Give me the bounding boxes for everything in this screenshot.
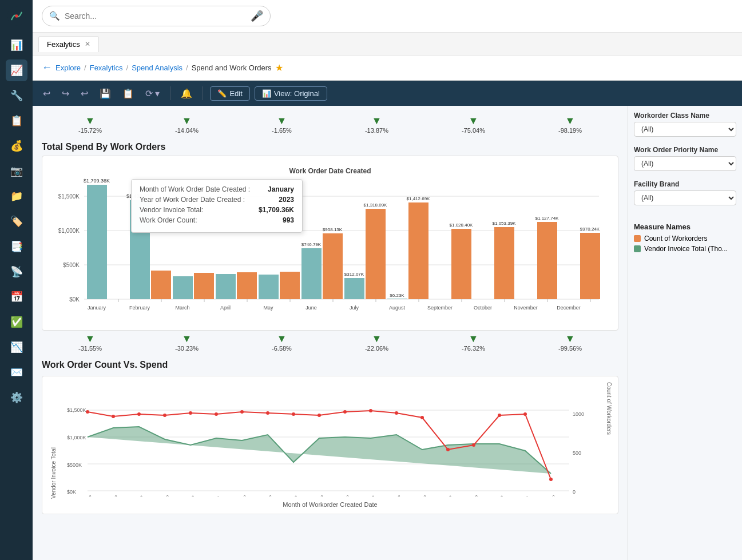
copy-button[interactable]: 📋 [119,86,137,101]
save-button[interactable]: 💾 [96,86,114,101]
bar-jul-teal[interactable] [344,278,364,299]
app-logo[interactable] [6,6,27,26]
bar-apr-orange[interactable] [237,272,257,299]
sidebar-icon-calendar[interactable]: 📅 [6,286,27,308]
pct-item-6: ▼ -98.19% [558,115,582,134]
sidebar-icon-chart[interactable]: 📈 [6,59,27,81]
filter-priority: Work Order Priority Name (All) [634,146,736,171]
back-arrow-icon[interactable]: ← [42,62,52,74]
filter-workorder-class: Workorder Class Name (All) [634,112,736,137]
bot-arrow-1: ▼ [85,333,96,345]
svg-text:Jun 22: Jun 22 [183,494,197,497]
bar-feb-orange[interactable] [151,271,171,299]
bar-dec-orange[interactable] [580,233,600,299]
view-button[interactable]: 📊 View: Original [255,86,327,101]
redo-button[interactable]: ↪ [58,86,73,101]
edit-button[interactable]: ✏️ Edit [210,86,249,101]
undo2-button[interactable]: ↩ [77,86,92,101]
bar-mar-teal[interactable] [173,276,193,299]
svg-text:$1,028.40K: $1,028.40K [450,223,474,228]
svg-text:Apr 22: Apr 22 [132,494,145,497]
bar-may-orange[interactable] [280,272,300,299]
priority-label: Work Order Priority Name [634,146,736,154]
schedule-button[interactable]: 🔔 [177,86,196,101]
sidebar-icon-camera[interactable]: 📷 [6,160,27,182]
sidebar-icon-network[interactable]: 📡 [6,261,27,283]
svg-text:Dec 22: Dec 22 [337,494,351,497]
bar-jan-teal[interactable] [87,185,107,299]
bar-aug-teal[interactable] [387,299,407,299]
y-right-label: Count of Workorders [590,382,612,499]
svg-text:$312.07K: $312.07K [344,272,364,277]
bar-may-teal[interactable] [259,275,279,299]
svg-text:1000: 1000 [573,411,584,417]
tab-fexalytics[interactable]: Fexalytics ✕ [38,36,99,52]
svg-text:$0K: $0K [67,489,76,495]
svg-text:Aug 23: Aug 23 [543,494,557,497]
svg-text:Feb 22: Feb 22 [80,494,93,497]
dot [292,412,295,416]
svg-text:$6.23K: $6.23K [390,293,404,298]
legend-count-dot [634,235,641,242]
tab-close-icon[interactable]: ✕ [85,40,90,48]
svg-text:Oct 22: Oct 22 [286,494,299,497]
bar-jun-teal[interactable] [301,248,322,299]
bot-pct-item-2: ▼ -30.23% [175,333,199,352]
chart-scroll[interactable]: ▼ -15.72% ▼ -14.04% ▼ -1.65% ▼ -13.87% ▼ [33,106,628,560]
sidebar-icon-tasks[interactable]: ✅ [6,311,27,333]
breadcrumb-explore[interactable]: Explore [55,63,81,72]
dot [266,411,269,415]
breadcrumb-spend-analysis[interactable]: Spend Analysis [132,63,182,72]
bar-oct-orange[interactable] [494,227,514,299]
bar-jun-orange[interactable] [323,233,343,299]
svg-text:Work Order Date Created: Work Order Date Created [289,167,371,175]
bar-mar-orange[interactable] [194,273,214,299]
undo-button[interactable]: ↩ [39,86,54,101]
priority-select[interactable]: (All) [634,156,736,171]
sidebar-icon-mail[interactable]: ✉️ [6,362,27,383]
dot [86,410,89,414]
svg-text:Jul 22: Jul 22 [209,495,221,497]
sidebar-icon-settings[interactable]: 🔧 [6,85,27,106]
arrow-down-icon: ▼ [372,115,382,127]
top-bar: 🔍 🎤 [33,0,742,33]
refresh-button[interactable]: ⟳ ▾ [142,86,163,101]
sidebar-icon-files[interactable]: 📁 [6,185,27,207]
pct-item-2: ▼ -14.04% [175,115,199,134]
bar-apr-teal[interactable] [216,274,236,299]
sidebar-icon-finance[interactable]: 💰 [6,135,27,157]
svg-text:March: March [175,305,189,311]
svg-text:December: December [557,305,581,311]
facility-select[interactable]: (All) [634,190,736,205]
favorite-star-icon[interactable]: ★ [275,62,283,73]
sidebar-icon-reports[interactable]: 📋 [6,110,27,132]
svg-text:$1,318.09K: $1,318.09K [364,202,388,208]
bar-sep-orange[interactable] [451,229,471,299]
svg-text:Apr 23: Apr 23 [441,494,454,497]
measure-title: Measure Names [634,223,736,231]
workorder-class-select[interactable]: (All) [634,122,736,137]
y-left-label: Vendor Invoice Total [48,382,57,499]
dot [318,414,321,417]
view-icon: 📊 [262,89,271,98]
sidebar-icon-docs[interactable]: 📑 [6,236,27,257]
sidebar-icon-dashboard[interactable]: 📊 [6,34,27,56]
bar-feb-teal[interactable] [130,200,150,299]
svg-text:$1,412.69K: $1,412.69K [407,196,431,201]
sidebar-icon-tags[interactable]: 🏷️ [6,211,27,232]
bar-nov-orange[interactable] [537,222,557,299]
sidebar-icon-analytics[interactable]: 📉 [6,336,27,358]
arrow-down-icon: ▼ [565,115,576,127]
breadcrumb-fexalytics[interactable]: Fexalytics [90,63,123,72]
bar-jul-orange[interactable] [366,209,386,299]
sidebar-icon-gear[interactable]: ⚙️ [6,387,27,408]
search-box[interactable]: 🔍 🎤 [42,6,271,26]
bot-arrow-6: ▼ [565,333,576,345]
svg-text:0: 0 [573,489,576,495]
pct-item-4: ▼ -13.87% [365,115,388,134]
svg-text:Mar 22: Mar 22 [105,494,119,497]
mic-icon[interactable]: 🎤 [251,10,263,22]
svg-text:June: June [305,305,317,311]
bar-aug-orange[interactable] [408,202,428,299]
search-input[interactable] [65,11,246,21]
